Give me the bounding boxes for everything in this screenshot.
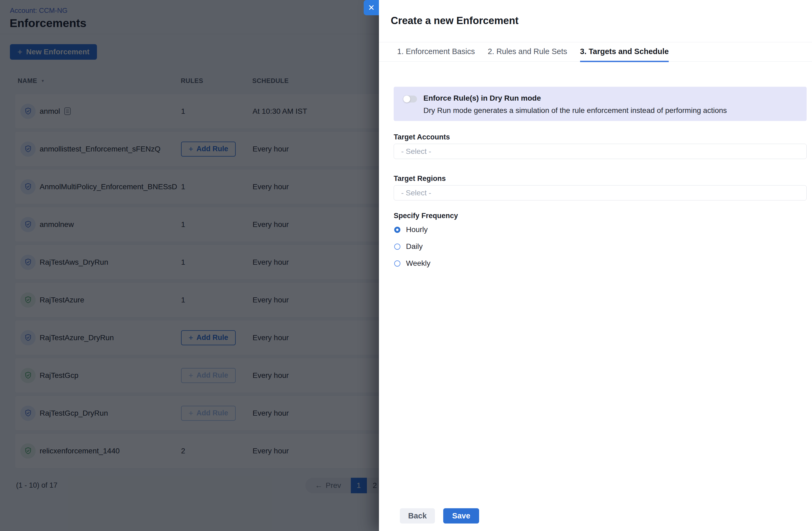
dry-run-label: Enforce Rule(s) in Dry Run mode (423, 94, 727, 103)
dry-run-description: Dry Run mode generates a simulation of t… (423, 106, 727, 115)
target-accounts-label: Target Accounts (394, 133, 807, 141)
radio-weekly[interactable]: Weekly (394, 259, 807, 268)
dry-run-banner: Enforce Rule(s) in Dry Run mode Dry Run … (394, 87, 807, 121)
target-accounts-select[interactable]: - Select - (394, 144, 807, 159)
tab-targets-and-schedule[interactable]: 3. Targets and Schedule (580, 42, 669, 62)
target-regions-label: Target Regions (394, 175, 807, 183)
tab-rules-and-rule-sets[interactable]: 2. Rules and Rule Sets (488, 42, 567, 62)
back-button[interactable]: Back (400, 508, 435, 523)
drawer-title: Create a new Enforcement (391, 15, 519, 27)
drawer-tabs: 1. Enforcement Basics 2. Rules and Rule … (379, 42, 812, 61)
drawer-content: Enforce Rule(s) in Dry Run mode Dry Run … (394, 62, 807, 276)
dry-run-toggle[interactable] (404, 95, 417, 103)
radio-icon (394, 227, 401, 233)
frequency-radio-group: Hourly Daily Weekly (394, 225, 807, 268)
close-button[interactable]: ✕ (364, 0, 379, 15)
specify-frequency-label: Specify Frequency (394, 212, 807, 220)
radio-icon (394, 244, 401, 250)
save-button[interactable]: Save (443, 508, 479, 523)
toggle-knob (403, 95, 410, 103)
tab-enforcement-basics[interactable]: 1. Enforcement Basics (397, 42, 475, 62)
radio-daily[interactable]: Daily (394, 242, 807, 251)
target-accounts-placeholder: - Select - (401, 147, 431, 156)
radio-icon (394, 261, 401, 267)
screen: Account: CCM-NG Enforcements + New Enfor… (0, 0, 812, 531)
target-regions-select[interactable]: - Select - (394, 185, 807, 201)
create-enforcement-drawer: ✕ Create a new Enforcement 1. Enforcemen… (379, 0, 812, 531)
drawer-footer: Back Save (400, 508, 479, 523)
target-regions-placeholder: - Select - (401, 189, 431, 197)
radio-hourly[interactable]: Hourly (394, 225, 807, 234)
